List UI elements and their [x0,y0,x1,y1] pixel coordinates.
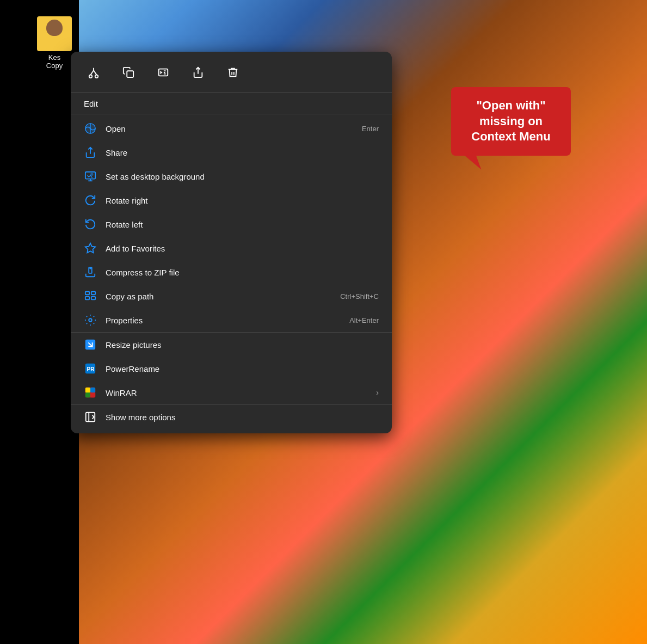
share-menu-icon [84,146,97,159]
svg-rect-26 [85,297,89,300]
compress-zip-label: Compress to ZIP file [106,268,379,277]
svg-rect-28 [91,297,95,300]
svg-point-20 [91,174,93,176]
svg-point-0 [89,75,93,78]
rotate-left-label: Rotate left [106,220,379,229]
copy-path-shortcut: Ctrl+Shift+C [340,292,379,300]
dark-left-area [0,0,79,644]
icon-label-line2: Copy [33,62,76,70]
menu-item-open[interactable]: Open Enter [71,116,392,140]
svg-rect-36 [85,392,90,397]
menu-item-rotate-right[interactable]: Rotate right [71,188,392,212]
svg-rect-5 [127,71,133,77]
menu-item-resize[interactable]: Resize pictures [71,333,392,357]
menu-item-powerrename[interactable]: PR PowerRename [71,357,392,381]
menu-item-properties[interactable]: Properties Alt+Enter [71,308,392,333]
menu-item-compress-zip[interactable]: Compress to ZIP file [71,260,392,284]
menu-item-winrar[interactable]: WinRAR › [71,381,392,405]
copy-path-label: Copy as path [106,292,331,301]
svg-rect-37 [90,392,95,397]
edit-section-label: Edit [71,96,392,114]
svg-text:PR: PR [87,366,95,372]
open-icon [84,122,97,135]
rotate-right-icon [84,194,97,207]
desktop-bg-label: Set as desktop background [106,172,379,181]
resize-icon [84,338,97,351]
compress-zip-icon [84,266,97,279]
rename-button[interactable] [151,60,175,84]
resize-label: Resize pictures [106,340,379,349]
rotate-right-label: Rotate right [106,196,379,205]
open-label: Open [106,124,353,133]
share-button[interactable] [186,60,210,84]
callout-text: "Open with" missing on Context Menu [471,99,550,143]
share-label: Share [106,148,379,157]
copy-path-icon [84,290,97,303]
svg-rect-6 [159,69,168,76]
favorites-icon [84,242,97,255]
callout-bubble: "Open with" missing on Context Menu [451,87,571,156]
svg-line-2 [91,70,94,75]
menu-item-rotate-left[interactable]: Rotate left [71,212,392,236]
svg-marker-21 [85,243,95,253]
menu-item-desktop-bg[interactable]: Set as desktop background [71,164,392,188]
properties-label: Properties [106,316,341,325]
show-more-icon [84,410,97,424]
svg-rect-27 [91,292,95,295]
svg-point-1 [95,75,98,78]
show-more-label: Show more options [106,413,379,422]
menu-item-share[interactable]: Share [71,140,392,164]
svg-line-3 [94,70,97,75]
menu-item-copy-path[interactable]: Copy as path Ctrl+Shift+C [71,284,392,308]
open-shortcut: Enter [362,125,379,133]
winrar-arrow: › [376,388,379,397]
winrar-label: WinRAR [106,388,367,397]
rotate-left-icon [84,218,97,231]
desktop-icon[interactable]: Kes Copy [33,16,76,70]
desktop-bg-icon [84,170,97,183]
winrar-icon [84,386,97,399]
context-menu: Edit Open Enter Share [71,52,392,433]
copy-button[interactable] [116,60,140,84]
svg-rect-35 [90,388,95,392]
edit-label-text: Edit [84,99,98,108]
powerrename-label: PowerRename [106,364,379,373]
icon-thumbnail [37,16,72,51]
svg-point-29 [89,318,92,322]
svg-rect-25 [85,292,89,295]
menu-item-favorites[interactable]: Add to Favorites [71,236,392,260]
powerrename-icon: PR [84,362,97,375]
delete-button[interactable] [221,60,245,84]
context-menu-icon-bar [71,56,392,93]
properties-shortcut: Alt+Enter [349,316,379,324]
properties-icon [84,314,97,327]
favorites-label: Add to Favorites [106,244,379,253]
menu-item-show-more[interactable]: Show more options [71,405,392,429]
cut-button[interactable] [82,60,106,84]
icon-label-line1: Kes [33,53,76,62]
svg-rect-34 [85,388,90,392]
